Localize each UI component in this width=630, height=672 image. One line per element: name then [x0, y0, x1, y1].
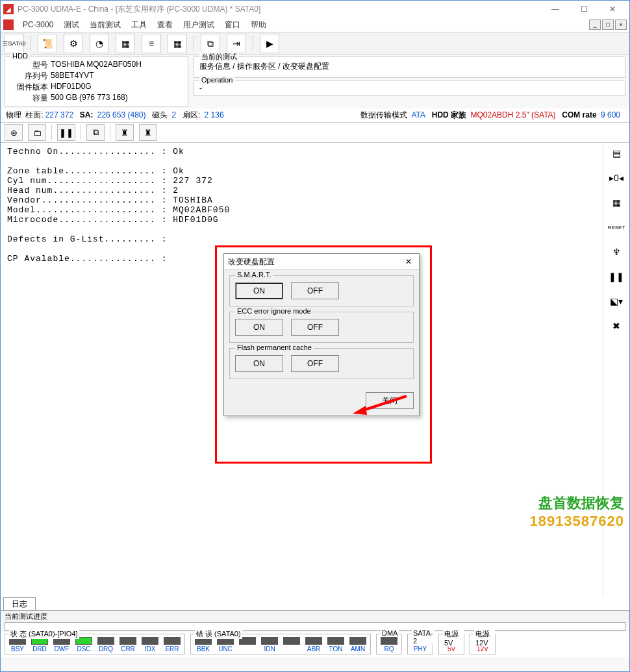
- hdd-model: TOSHIBA MQ02ABF050H: [51, 60, 142, 71]
- log-toolbar: ⊕ 🗀 ❚❚ ⧉ ♜ ♜: [1, 122, 629, 143]
- side-chip-icon[interactable]: ▤: [609, 145, 624, 161]
- menu-view[interactable]: 查看: [152, 19, 178, 31]
- change-config-dialog: 改变硬盘配置 ✕ S.M.A.R.T. ON OFF ECC error ign…: [223, 253, 420, 416]
- menu-help[interactable]: 帮助: [246, 19, 271, 31]
- tb2-add-icon[interactable]: ⊕: [5, 124, 23, 141]
- dma-group: DMA RQ: [376, 634, 402, 654]
- mdi-close[interactable]: ×: [615, 19, 627, 30]
- status-group: 状 态 (SATA0)-[PIO4] BSY DRD DWF DSC DRQ C…: [5, 634, 185, 654]
- menu-app[interactable]: PC-3000: [18, 20, 58, 29]
- tool-disk-icon[interactable]: ◔: [90, 34, 109, 53]
- power12v-group: 电源 12V 12V: [470, 634, 496, 654]
- test-path: 服务信息 / 操作服务区 / 改变硬盘配置: [199, 60, 620, 75]
- side-usb-icon[interactable]: ♆: [609, 244, 624, 260]
- tool-copy-icon[interactable]: ⧉: [201, 34, 220, 53]
- menu-window[interactable]: 窗口: [220, 19, 246, 31]
- close-button[interactable]: ✕: [598, 1, 627, 18]
- dialog-close-button[interactable]: ✕: [402, 257, 415, 266]
- dialog-close-footer-button[interactable]: 关闭: [366, 392, 414, 409]
- mdi-minimize[interactable]: _: [589, 19, 601, 30]
- ecc-on-button[interactable]: ON: [235, 319, 283, 336]
- dialog-title: 改变硬盘配置: [228, 256, 275, 268]
- menu-tools[interactable]: 工具: [126, 19, 152, 31]
- flash-on-button[interactable]: ON: [235, 355, 283, 372]
- side-io-icon[interactable]: ▸0◂: [609, 170, 624, 186]
- tab-log[interactable]: 日志: [3, 597, 36, 610]
- maximize-button[interactable]: ☐: [570, 1, 598, 18]
- hdd-capacity: 500 GB (976 773 168): [51, 93, 128, 104]
- hdd-info-group: HDD 型号TOSHIBA MQ02ABF050H 序列号58BET4YVT 固…: [5, 56, 188, 107]
- minimize-button[interactable]: —: [541, 1, 570, 18]
- side-wrench-icon[interactable]: ✖: [609, 318, 624, 334]
- status-panel: 状 态 (SATA0)-[PIO4] BSY DRD DWF DSC DRQ C…: [1, 632, 629, 657]
- ecc-group: ECC error ignore mode ON OFF: [229, 312, 414, 343]
- tool-gear-icon[interactable]: ⚙: [64, 34, 83, 53]
- side-ram-icon[interactable]: ▦: [609, 195, 624, 210]
- error-group: 错 误 (SATA0) BBK UNC IDN ABR TON AMN: [190, 634, 371, 654]
- tb2-find-next-icon[interactable]: ♜: [139, 124, 157, 141]
- menubar: PC-3000 测试 当前测试 工具 查看 用户测试 窗口 帮助 _ □ ×: [1, 18, 629, 32]
- tool-script-icon[interactable]: 📜: [38, 34, 57, 53]
- ecc-off-button[interactable]: OFF: [291, 319, 339, 336]
- app-icon-small: [3, 19, 14, 30]
- main-toolbar: ☰SATA0 📜 ⚙ ◔ ▦ ≡ ▦ ⧉ ⇥ ▶: [1, 32, 629, 55]
- hdd-firmware: HDF01D0G: [51, 82, 92, 93]
- tb2-pause-icon[interactable]: ❚❚: [57, 124, 75, 141]
- titlebar: ◢ PC-3000 UDMA-E - China - [东芝实用程序 (PC-3…: [1, 1, 629, 18]
- progress-label: 当前测试进度: [1, 611, 629, 622]
- current-test-group: 当前的测试 服务信息 / 操作服务区 / 改变硬盘配置: [194, 56, 625, 78]
- sata-button[interactable]: ☰SATA0: [5, 34, 24, 53]
- mdi-restore[interactable]: □: [602, 19, 614, 30]
- side-plug-icon[interactable]: ⬕▾: [609, 293, 624, 309]
- tb2-find-icon[interactable]: ♜: [116, 124, 134, 141]
- smart-on-button[interactable]: ON: [235, 282, 283, 299]
- tab-bar: 日志: [1, 597, 629, 611]
- app-icon: ◢: [3, 4, 14, 14]
- side-reset-icon[interactable]: RESET: [609, 219, 624, 235]
- menu-current-test[interactable]: 当前测试: [84, 19, 126, 31]
- tool-grid-icon[interactable]: ▦: [168, 34, 187, 53]
- operation-group: Operation -: [194, 81, 625, 96]
- menu-test[interactable]: 测试: [58, 19, 84, 31]
- tool-range-icon[interactable]: ▦: [116, 34, 135, 53]
- smart-group: S.M.A.R.T. ON OFF: [229, 275, 414, 306]
- operation-value: -: [199, 84, 620, 93]
- menu-user-test[interactable]: 用户测试: [178, 19, 220, 31]
- tb2-folder-icon[interactable]: 🗀: [28, 124, 46, 141]
- power5v-group: 电源 5V 5V: [438, 634, 464, 654]
- progress-bar: [5, 622, 625, 631]
- tb2-copy-icon[interactable]: ⧉: [86, 124, 105, 141]
- geometry-status: 物理 柱面:227 372 SA: 226 653 (480) 磁头 2 扇区:…: [1, 108, 629, 122]
- flash-off-button[interactable]: OFF: [291, 355, 339, 372]
- tool-settings-icon[interactable]: ≡: [142, 34, 161, 53]
- side-toolbar: ▤ ▸0◂ ▦ RESET ♆ ❚❚ ⬕▾ ✖: [603, 143, 629, 597]
- tool-exit-icon[interactable]: ⇥: [227, 34, 246, 53]
- sata2-group: SATA-2 PHY: [407, 634, 433, 654]
- hdd-serial: 58BET4YVT: [51, 71, 94, 82]
- window-title: PC-3000 UDMA-E - China - [东芝实用程序 (PC-300…: [18, 4, 541, 15]
- smart-off-button[interactable]: OFF: [291, 282, 339, 299]
- side-pause-icon[interactable]: ❚❚: [609, 269, 624, 284]
- flash-cache-group: Flash permanent cache ON OFF: [229, 348, 414, 379]
- tool-play-icon[interactable]: ▶: [260, 34, 279, 53]
